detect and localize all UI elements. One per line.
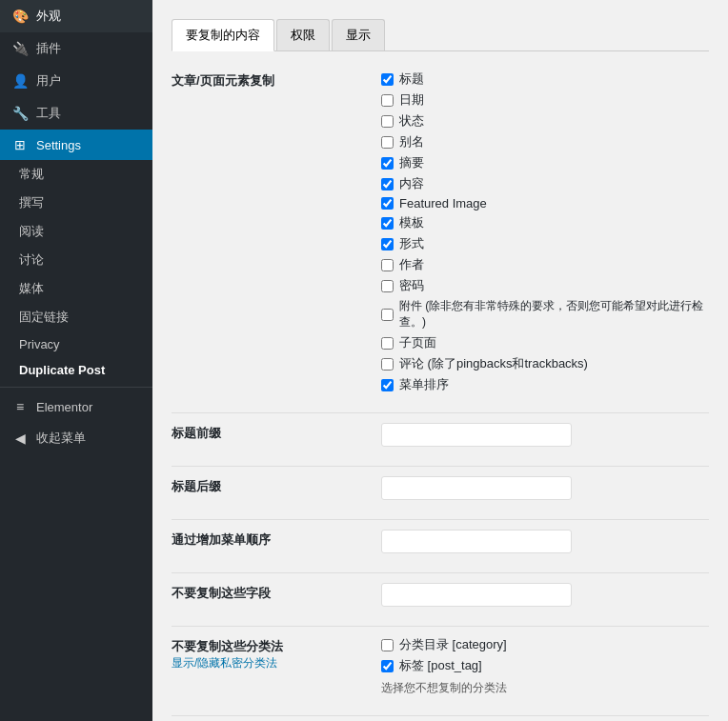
sidebar-sub-privacy[interactable]: Privacy	[0, 331, 152, 357]
checkbox-content-input[interactable]	[381, 178, 394, 190]
sidebar-sub-writing[interactable]: 撰写	[0, 189, 152, 217]
suffix-section: 标题后缀	[172, 476, 709, 500]
checkbox-menu-order-label[interactable]: 菜单排序	[399, 376, 449, 393]
sidebar-sub-discussion[interactable]: 讨论	[0, 246, 152, 274]
users-icon: 👤	[11, 73, 29, 89]
checkbox-children-label[interactable]: 子页面	[399, 334, 436, 351]
checkbox-comments-label[interactable]: 评论 (除了pingbacks和trackbacks)	[399, 355, 588, 372]
main-content: 要复制的内容 权限 显示 文章/页面元素复制 标题 日期 状态 别名	[152, 0, 728, 721]
prefix-control	[381, 423, 709, 447]
sidebar-sub-reading[interactable]: 阅读	[0, 217, 152, 246]
settings-icon: ⊞	[11, 137, 29, 152]
checkbox-attachments-input[interactable]	[381, 309, 394, 321]
elements-section: 文章/页面元素复制 标题 日期 状态 别名 摘要	[172, 70, 709, 393]
checkbox-content: 内容	[381, 175, 709, 192]
checkbox-comments-input[interactable]	[381, 358, 394, 371]
sidebar-sub-general[interactable]: 常规	[0, 160, 152, 189]
checkbox-title: 标题	[381, 70, 709, 88]
checkbox-children: 子页面	[381, 334, 709, 351]
sidebar-item-label: 用户	[36, 72, 61, 90]
plugins-icon: 🔌	[11, 41, 29, 56]
sidebar-item-settings[interactable]: ⊞ Settings	[0, 130, 152, 160]
checkbox-date-label[interactable]: 日期	[399, 91, 424, 109]
sidebar-item-label: 工具	[36, 105, 61, 122]
sidebar-item-users[interactable]: 👤 用户	[0, 65, 152, 97]
checkbox-format-input[interactable]	[381, 238, 394, 250]
sidebar-sub-permalink[interactable]: 固定链接	[0, 303, 152, 331]
prefix-input[interactable]	[381, 423, 572, 447]
suffix-label: 标题后缀	[172, 476, 381, 495]
exclude-taxonomies-checkboxes: 分类目录 [category] 标签 [post_tag] 选择您不想复制的分类…	[381, 636, 709, 696]
checkbox-content-label[interactable]: 内容	[399, 175, 424, 192]
sidebar-item-label: 插件	[36, 40, 61, 57]
checkbox-date-input[interactable]	[381, 94, 394, 107]
tabs-container: 要复制的内容 权限 显示	[172, 19, 709, 51]
checkbox-author-label[interactable]: 作者	[399, 256, 424, 273]
elements-checkboxes: 标题 日期 状态 别名 摘要 内容	[381, 70, 709, 393]
checkbox-featured-image-input[interactable]	[381, 197, 394, 210]
menu-order-control	[381, 530, 709, 553]
sidebar-item-label: Settings	[36, 138, 81, 152]
checkbox-author-input[interactable]	[381, 259, 394, 271]
checkbox-post-tag: 标签 [post_tag]	[381, 657, 709, 674]
checkbox-category-input[interactable]	[381, 639, 394, 651]
checkbox-excerpt-input[interactable]	[381, 157, 394, 170]
checkbox-menu-order-input[interactable]	[381, 379, 394, 391]
exclude-fields-control	[381, 583, 709, 607]
sidebar-sub-media[interactable]: 媒体	[0, 274, 152, 303]
menu-order-section: 通过增加菜单顺序	[172, 530, 709, 553]
checkbox-template-input[interactable]	[381, 217, 394, 230]
sidebar: 🎨 外观 🔌 插件 👤 用户 🔧 工具 ⊞ Settings 常规 撰写 阅读 …	[0, 0, 152, 721]
elementor-icon: ≡	[11, 399, 29, 414]
collapse-icon: ◀	[11, 431, 29, 446]
tab-permissions[interactable]: 权限	[276, 19, 330, 50]
checkbox-post-tag-label[interactable]: 标签 [post_tag]	[399, 657, 482, 674]
checkbox-title-label[interactable]: 标题	[399, 70, 424, 88]
checkbox-template-label[interactable]: 模板	[399, 214, 424, 231]
sidebar-item-label: 收起菜单	[36, 430, 86, 447]
checkbox-slug: 别名	[381, 133, 709, 150]
sidebar-item-elementor[interactable]: ≡ Elementor	[0, 391, 152, 422]
checkbox-excerpt-label[interactable]: 摘要	[399, 154, 424, 171]
checkbox-category-label[interactable]: 分类目录 [category]	[399, 636, 507, 653]
sidebar-item-plugins[interactable]: 🔌 插件	[0, 32, 152, 65]
checkbox-featured-image-label[interactable]: Featured Image	[399, 196, 487, 210]
elements-label: 文章/页面元素复制	[172, 70, 381, 90]
exclude-taxonomies-help: 选择您不想复制的分类法	[381, 680, 709, 696]
checkbox-format-label[interactable]: 形式	[399, 235, 424, 252]
checkbox-title-input[interactable]	[381, 73, 394, 86]
checkbox-slug-input[interactable]	[381, 136, 394, 149]
sidebar-sub-duplicate-post[interactable]: Duplicate Post	[0, 357, 152, 383]
checkbox-slug-label[interactable]: 别名	[399, 133, 424, 150]
checkbox-template: 模板	[381, 214, 709, 231]
checkbox-menu-order: 菜单排序	[381, 376, 709, 393]
checkbox-category: 分类目录 [category]	[381, 636, 709, 653]
checkbox-children-input[interactable]	[381, 337, 394, 350]
menu-order-label: 通过增加菜单顺序	[172, 530, 381, 549]
menu-order-input[interactable]	[381, 530, 572, 553]
exclude-fields-section: 不要复制这些字段	[172, 583, 709, 607]
sidebar-item-collapse[interactable]: ◀ 收起菜单	[0, 422, 152, 454]
checkbox-status-label[interactable]: 状态	[399, 112, 424, 130]
sidebar-item-appearance[interactable]: 🎨 外观	[0, 0, 152, 32]
tab-content[interactable]: 要复制的内容	[172, 19, 274, 51]
checkbox-password-input[interactable]	[381, 280, 394, 292]
checkbox-attachments-label[interactable]: 附件 (除非您有非常特殊的要求，否则您可能希望对此进行检查。)	[399, 298, 709, 330]
show-hide-private-link[interactable]: 显示/隐藏私密分类法	[172, 655, 381, 671]
checkbox-status-input[interactable]	[381, 115, 394, 128]
checkbox-date: 日期	[381, 91, 709, 109]
exclude-fields-label: 不要复制这些字段	[172, 583, 381, 602]
checkbox-post-tag-input[interactable]	[381, 660, 394, 672]
exclude-fields-input[interactable]	[381, 583, 572, 607]
sidebar-item-label: Elementor	[36, 400, 92, 414]
suffix-input[interactable]	[381, 476, 572, 500]
tools-icon: 🔧	[11, 106, 29, 121]
checkbox-excerpt: 摘要	[381, 154, 709, 171]
tab-display[interactable]: 显示	[332, 19, 385, 50]
checkbox-author: 作者	[381, 256, 709, 273]
exclude-taxonomies-section: 不要复制这些分类法 显示/隐藏私密分类法 分类目录 [category] 标签 …	[172, 636, 709, 696]
checkbox-password: 密码	[381, 277, 709, 294]
checkbox-password-label[interactable]: 密码	[399, 277, 424, 294]
sidebar-item-tools[interactable]: 🔧 工具	[0, 97, 152, 130]
exclude-taxonomies-title: 不要复制这些分类法	[172, 639, 283, 653]
